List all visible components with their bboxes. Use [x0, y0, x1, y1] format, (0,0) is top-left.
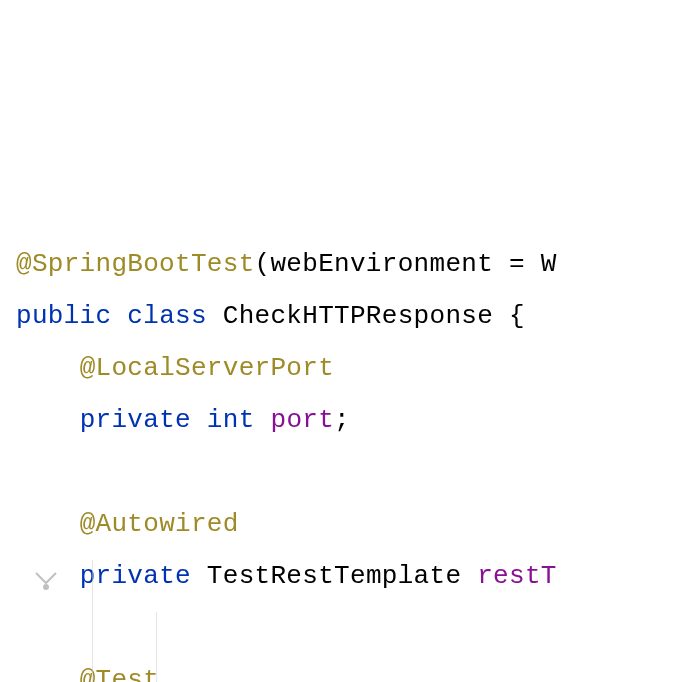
line-4: private int port; [16, 405, 350, 435]
line-1: @SpringBootTest(webEnvironment = W [16, 249, 557, 279]
indent-guide [92, 560, 93, 682]
keyword: class [127, 301, 207, 331]
type: TestRestTemplate [207, 561, 461, 591]
svg-point-0 [43, 584, 49, 590]
annotation: @Autowired [80, 509, 239, 539]
field: restT [477, 561, 557, 591]
keyword: int [207, 405, 255, 435]
code-editor[interactable]: @SpringBootTest(webEnvironment = W publi… [16, 238, 680, 682]
line-7: @Test [16, 665, 159, 682]
code-text: (webEnvironment = W [255, 249, 557, 279]
line-2: public class CheckHTTPResponse { [16, 301, 525, 331]
indent-guide [156, 612, 157, 682]
keyword: private [80, 561, 191, 591]
line-6: private TestRestTemplate restT [16, 561, 557, 591]
punct: ; [334, 405, 350, 435]
keyword: public [16, 301, 111, 331]
annotation: @SpringBootTest [16, 249, 255, 279]
line-3: @LocalServerPort [16, 353, 334, 383]
override-gutter-icon[interactable] [0, 510, 28, 550]
class-name: CheckHTTPResponse { [223, 301, 525, 331]
annotation: @LocalServerPort [80, 353, 334, 383]
field: port [270, 405, 334, 435]
line-5: @Autowired [16, 509, 239, 539]
keyword: private [80, 405, 191, 435]
